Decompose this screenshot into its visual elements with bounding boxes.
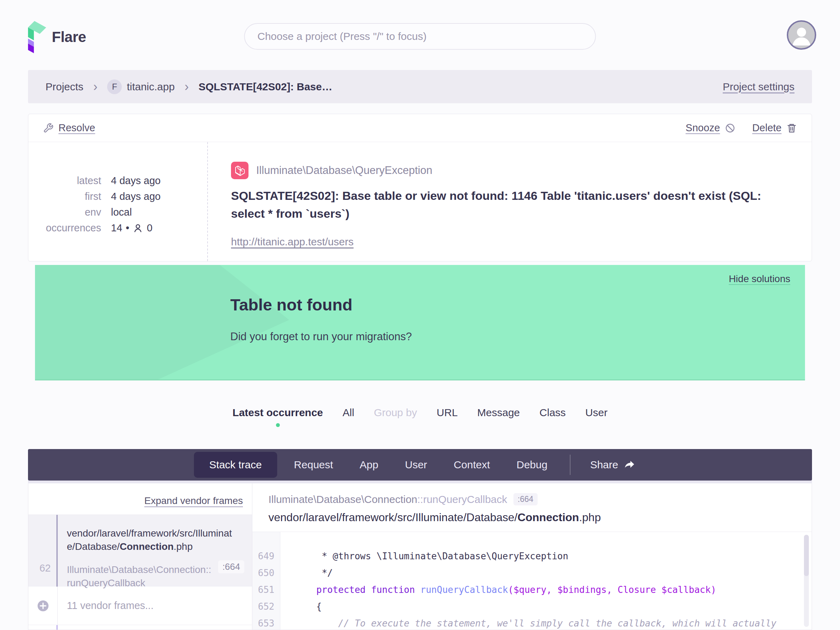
delete-button[interactable]: Delete: [752, 122, 797, 134]
code-line: */: [294, 565, 812, 581]
code-panel: Illuminate\Database\Connection::runQuery…: [253, 483, 812, 630]
tab-all[interactable]: All: [343, 407, 354, 418]
solution-banner: Hide solutions Table not found Did you f…: [35, 265, 805, 381]
nav-divider: [570, 455, 570, 475]
topbar: Flare: [0, 0, 840, 70]
hide-solutions-link[interactable]: Hide solutions: [729, 273, 790, 284]
frame-file-path: vendor/laravel/framework/src/Illuminate/…: [67, 527, 235, 553]
exception-class: Illuminate\Database\QueryException: [256, 164, 432, 177]
delete-label: Delete: [752, 122, 782, 134]
share-button[interactable]: Share: [579, 449, 646, 480]
occurrence-count: 14: [111, 220, 122, 236]
frames-panel: Expand vendor frames 62 vendor/laravel/f…: [28, 483, 253, 630]
snooze-label: Snooze: [686, 122, 720, 134]
flare-logo[interactable]: Flare: [28, 21, 86, 53]
code-file-path: vendor/laravel/framework/src/Illuminate/…: [268, 511, 796, 524]
occurrence-tabs: Latest occurrence All Group by URL Messa…: [0, 406, 840, 420]
meta-row-occurrences: occurrences 14 • 0: [28, 220, 207, 236]
meta-value: local: [111, 204, 132, 220]
flare-logo-icon: [28, 21, 46, 53]
dot-separator: •: [126, 220, 129, 236]
laravel-icon: [231, 162, 248, 179]
wrench-icon: [43, 123, 54, 133]
line-number-gutter: 649 650 651 652 653: [253, 532, 280, 630]
vendor-frames-toggle[interactable]: 11 vendor frames...: [28, 587, 252, 625]
tab-group-class[interactable]: Class: [539, 407, 565, 418]
tab-request[interactable]: Request: [281, 449, 346, 480]
group-by-label: Group by: [374, 407, 417, 418]
tab-group-user[interactable]: User: [585, 407, 607, 418]
meta-row-env: env local: [28, 204, 207, 220]
resolve-button[interactable]: Resolve: [43, 122, 95, 134]
ban-icon: [725, 123, 735, 133]
meta-row-first: first 4 days ago: [28, 189, 207, 204]
affected-user-count: 0: [147, 220, 152, 236]
code-scrollbar[interactable]: [804, 535, 809, 627]
breadcrumb: Projects › F titanic.app › SQLSTATE[42S0…: [28, 70, 812, 103]
section-gap: [28, 480, 812, 483]
code-line: {: [294, 598, 812, 615]
tab-context[interactable]: Context: [440, 449, 503, 480]
solution-description: Did you forget to run your migrations?: [230, 330, 805, 343]
meta-row-latest: latest 4 days ago: [28, 173, 207, 189]
breadcrumb-project[interactable]: F titanic.app: [107, 79, 175, 94]
banner-decoration: [35, 265, 805, 379]
code-line: protected function runQueryCallback($que…: [294, 581, 812, 598]
stack-trace-section: Expand vendor frames 62 vendor/laravel/f…: [28, 483, 812, 630]
tab-user[interactable]: User: [392, 449, 440, 480]
brand-name: Flare: [52, 29, 86, 46]
snooze-button[interactable]: Snooze: [686, 122, 735, 134]
share-arrow-icon: [624, 459, 636, 471]
detail-nav: Stack trace Request App User Context Deb…: [28, 449, 812, 480]
tab-group-message[interactable]: Message: [477, 407, 520, 418]
vendor-frames-label: 11 vendor frames...: [58, 587, 252, 625]
meta-label: latest: [28, 173, 101, 189]
plus-circle-icon: [37, 600, 49, 612]
project-search: [244, 23, 596, 50]
code-line-badge: :664: [513, 493, 538, 505]
frame-method: Illuminate\Database\Connection::runQuery…: [67, 563, 214, 590]
breadcrumb-current-error: SQLSTATE[42S02]: Base…: [199, 81, 332, 93]
frame-item-selected[interactable]: 62 vendor/laravel/framework/src/Illumina…: [28, 515, 252, 587]
project-search-input[interactable]: [244, 23, 596, 50]
code-header-method: ::runQueryCallback: [417, 494, 507, 505]
error-message: SQLSTATE[42S02]: Base table or view not …: [231, 187, 791, 223]
chevron-right-icon: ›: [93, 82, 97, 92]
code-line: // To execute the statement, we'll simpl…: [294, 615, 812, 630]
tab-debug[interactable]: Debug: [503, 449, 561, 480]
meta-label: occurrences: [28, 220, 101, 236]
tab-latest-occurrence[interactable]: Latest occurrence: [232, 407, 323, 418]
error-card: Resolve Snooze Delete: [28, 114, 812, 261]
frame-item-next[interactable]: [28, 625, 252, 630]
meta-value: 4 days ago: [111, 173, 161, 189]
project-settings-link[interactable]: Project settings: [723, 81, 794, 93]
code-header-class: Illuminate\Database\Connection: [268, 494, 417, 505]
resolve-label: Resolve: [58, 122, 95, 134]
error-meta: latest 4 days ago first 4 days ago env l…: [28, 142, 208, 261]
error-url-link[interactable]: http://titanic.app.test/users: [231, 236, 354, 248]
code-line: * @throws \Illuminate\Database\QueryExce…: [294, 548, 812, 565]
error-toolbar: Resolve Snooze Delete: [28, 114, 812, 142]
trash-icon: [786, 123, 797, 133]
meta-label: first: [28, 189, 101, 204]
frame-number: 62: [28, 515, 58, 587]
meta-label: env: [28, 204, 101, 220]
frame-line-badge: :664: [218, 561, 244, 573]
chevron-right-icon: ›: [185, 82, 189, 92]
breadcrumb-project-label: titanic.app: [127, 81, 175, 93]
tab-stack-trace[interactable]: Stack trace: [194, 452, 277, 478]
code-area[interactable]: * @throws \Illuminate\Database\QueryExce…: [280, 532, 812, 630]
project-badge: F: [107, 79, 122, 94]
avatar[interactable]: [787, 20, 816, 50]
breadcrumb-projects[interactable]: Projects: [46, 81, 83, 93]
tab-app[interactable]: App: [346, 449, 392, 480]
code-header: Illuminate\Database\Connection::runQuery…: [253, 483, 812, 532]
expand-vendor-frames-link[interactable]: Expand vendor frames: [144, 495, 243, 507]
tab-group-url[interactable]: URL: [437, 407, 458, 418]
user-icon: [133, 223, 143, 234]
meta-value: 4 days ago: [111, 189, 161, 204]
share-label: Share: [590, 459, 618, 471]
solution-title: Table not found: [230, 295, 805, 314]
